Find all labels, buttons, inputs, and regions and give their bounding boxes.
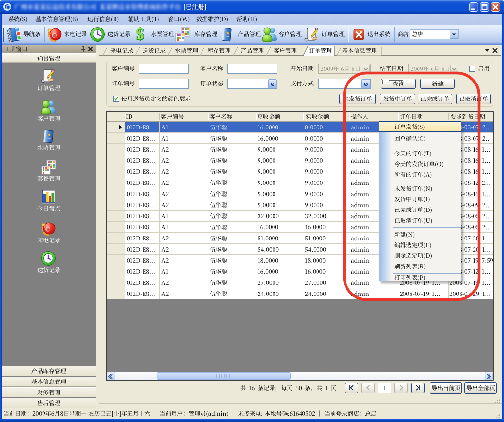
svg-text:$: $ [136, 27, 144, 42]
